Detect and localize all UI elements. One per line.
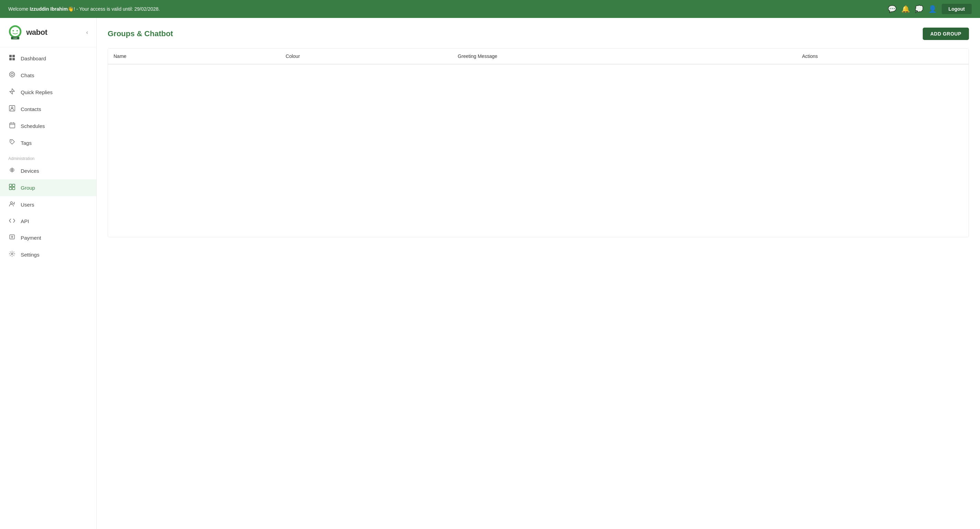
payment-icon [8, 234, 16, 242]
welcome-message: Welcome Izzuddin Ibrahim👋! - Your access… [8, 6, 160, 12]
administration-section-label: Administration [0, 151, 96, 162]
page-header: Groups & Chatbot ADD GROUP [108, 28, 969, 40]
svg-point-23 [11, 253, 13, 255]
svg-rect-15 [10, 123, 15, 128]
svg-rect-17 [9, 184, 12, 187]
schedules-icon [8, 122, 16, 130]
svg-marker-12 [10, 89, 14, 94]
column-greeting-message: Greeting Message [452, 49, 797, 64]
svg-point-10 [10, 72, 15, 77]
sidebar-item-schedules[interactable]: Schedules [0, 118, 96, 135]
sidebar-item-settings-label: Settings [21, 252, 39, 257]
main-inner: Groups & Chatbot ADD GROUP Name Colour G… [97, 18, 980, 247]
page-title: Groups & Chatbot [108, 29, 173, 38]
svg-rect-7 [13, 55, 15, 57]
chat-icon[interactable]: 💬 [888, 5, 896, 13]
sidebar-item-devices[interactable]: Devices [0, 162, 96, 180]
notification-icon[interactable]: 🔔 [901, 5, 910, 13]
sidebar-logo: CHAT wabot ‹ [0, 18, 96, 47]
column-name: Name [108, 49, 280, 64]
group-icon [8, 184, 16, 192]
svg-text:CHAT: CHAT [13, 37, 17, 39]
sidebar-item-users-label: Users [21, 202, 34, 208]
sidebar-item-settings[interactable]: Settings [0, 246, 96, 263]
topbar: Welcome Izzuddin Ibrahim👋! - Your access… [0, 0, 980, 18]
sidebar-item-group-label: Group [21, 185, 35, 191]
svg-point-21 [10, 202, 13, 204]
svg-point-14 [11, 107, 13, 109]
sidebar-collapse-button[interactable]: ‹ [85, 28, 89, 37]
logo-svg: CHAT [7, 24, 24, 41]
logo-text: wabot [26, 28, 47, 37]
sidebar-item-api[interactable]: API [0, 213, 96, 229]
username: Izzuddin Ibrahim [30, 6, 68, 12]
message-icon[interactable]: 💭 [915, 5, 923, 13]
profile-icon[interactable]: 👤 [928, 5, 937, 13]
users-icon [8, 201, 16, 209]
sidebar-item-users[interactable]: Users [0, 196, 96, 213]
api-icon [8, 218, 16, 225]
contacts-icon [8, 105, 16, 113]
sidebar-item-api-label: API [21, 218, 29, 224]
groups-table: Name Colour Greeting Message Actions [108, 48, 969, 237]
svg-point-16 [11, 141, 11, 141]
svg-rect-6 [9, 55, 12, 57]
sidebar-item-quick-replies-label: Quick Replies [21, 89, 53, 95]
layout: CHAT wabot ‹ Dashboard Chats [0, 18, 980, 529]
sidebar-item-tags-label: Tags [21, 140, 32, 146]
sidebar-item-payment-label: Payment [21, 235, 41, 241]
sidebar-item-chats-label: Chats [21, 72, 34, 78]
chats-icon [8, 71, 16, 79]
sidebar-item-dashboard[interactable]: Dashboard [0, 50, 96, 67]
svg-rect-18 [13, 184, 15, 187]
table-body [108, 65, 969, 237]
svg-rect-20 [13, 187, 15, 190]
svg-rect-19 [9, 187, 12, 190]
settings-icon [8, 251, 16, 259]
main-content: Groups & Chatbot ADD GROUP Name Colour G… [97, 18, 980, 529]
quick-replies-icon [8, 88, 16, 96]
sidebar-item-schedules-label: Schedules [21, 123, 45, 129]
tags-icon [8, 139, 16, 147]
topbar-actions: 💬 🔔 💭 👤 Logout [888, 4, 972, 14]
column-actions: Actions [796, 49, 969, 64]
sidebar-item-contacts[interactable]: Contacts [0, 101, 96, 118]
svg-point-3 [17, 30, 18, 32]
sidebar-item-tags[interactable]: Tags [0, 135, 96, 151]
sidebar-item-contacts-label: Contacts [21, 106, 41, 112]
sidebar-nav: Dashboard Chats Quick Replies Contacts [0, 47, 96, 529]
svg-point-1 [11, 27, 20, 36]
sidebar-item-devices-label: Devices [21, 168, 39, 174]
sidebar-item-payment[interactable]: Payment [0, 229, 96, 246]
devices-icon [8, 167, 16, 175]
logout-button[interactable]: Logout [942, 4, 972, 14]
svg-rect-8 [9, 58, 12, 60]
logo: CHAT wabot [7, 24, 47, 41]
dashboard-icon [8, 54, 16, 62]
sidebar-item-dashboard-label: Dashboard [21, 56, 46, 61]
add-group-button[interactable]: ADD GROUP [923, 28, 969, 40]
svg-rect-9 [13, 58, 15, 60]
sidebar-item-group[interactable]: Group [0, 180, 96, 196]
sidebar-item-quick-replies[interactable]: Quick Replies [0, 84, 96, 101]
svg-point-2 [13, 30, 14, 32]
sidebar: CHAT wabot ‹ Dashboard Chats [0, 18, 97, 529]
sidebar-item-chats[interactable]: Chats [0, 67, 96, 84]
svg-point-11 [11, 73, 13, 76]
column-colour: Colour [280, 49, 452, 64]
table-header: Name Colour Greeting Message Actions [108, 49, 969, 65]
